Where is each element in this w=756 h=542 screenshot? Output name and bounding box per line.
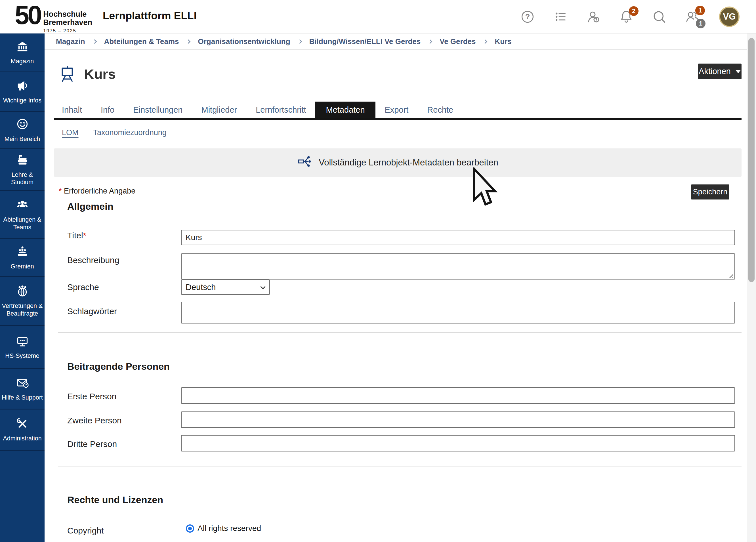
tab-einstellungen[interactable]: Einstellungen bbox=[124, 102, 192, 118]
erste-person-input[interactable] bbox=[181, 387, 735, 404]
sidebar-item-label: Lehre & Studium bbox=[1, 171, 44, 186]
titel-input[interactable] bbox=[181, 230, 735, 245]
breadcrumb-item[interactable]: Abteilungen & Teams bbox=[104, 37, 179, 46]
copyright-label: Copyright bbox=[67, 526, 104, 535]
dritte-person-label: Dritte Person bbox=[67, 439, 117, 449]
breadcrumb-item[interactable]: Kurs bbox=[495, 37, 511, 46]
subtab-bar: LOM Taxonomiezuordnung bbox=[62, 128, 167, 137]
section-divider bbox=[58, 332, 742, 333]
tools-icon bbox=[16, 417, 29, 432]
dritte-person-input[interactable] bbox=[181, 435, 735, 451]
contacts-badge-total: 1 bbox=[696, 19, 705, 28]
user-avatar[interactable]: VG bbox=[719, 7, 740, 27]
copyright-option-row: All rights reserved bbox=[186, 524, 261, 533]
page-title: Kurs bbox=[84, 65, 116, 83]
screen: 50 Hochschule Bremerhaven 1975 – 2025 Le… bbox=[0, 0, 756, 542]
svg-text:?: ? bbox=[525, 12, 530, 21]
logo-50: 50 bbox=[15, 3, 40, 28]
sidebar-item-hs-systeme[interactable]: HS-Systeme bbox=[0, 326, 45, 369]
tab-metadaten[interactable]: Metadaten bbox=[315, 102, 375, 118]
schlagwoerter-label: Schlagwörter bbox=[67, 306, 117, 316]
user-alert-icon[interactable] bbox=[586, 9, 601, 24]
search-icon[interactable] bbox=[652, 9, 667, 24]
sidebar-item-wichtige-infos[interactable]: Wichtige Infos bbox=[0, 72, 45, 112]
list-icon[interactable] bbox=[553, 9, 568, 24]
banner-label: Vollständige Lernobjekt-Metadaten bearbe… bbox=[319, 157, 498, 168]
sidebar-item-administration[interactable]: Administration bbox=[0, 409, 45, 451]
logo-years: 1975 – 2025 bbox=[43, 28, 92, 34]
bank-icon bbox=[16, 40, 29, 55]
chevron-right-icon bbox=[186, 39, 191, 44]
erste-person-label: Erste Person bbox=[67, 392, 116, 401]
breadcrumb-item[interactable]: Bildung/Wissen/ELLI Ve Gerdes bbox=[309, 37, 421, 46]
titel-label: Titel* bbox=[67, 231, 86, 240]
subtab-lom[interactable]: LOM bbox=[62, 128, 79, 137]
breadcrumb: Magazin Abteilungen & Teams Organisation… bbox=[45, 33, 747, 50]
mail-help-icon: ? bbox=[16, 376, 29, 391]
tab-mitglieder[interactable]: Mitglieder bbox=[192, 102, 246, 118]
notifications-bell-icon[interactable]: 2 bbox=[619, 9, 634, 24]
contacts-icon[interactable]: 1 1 bbox=[684, 9, 700, 24]
tab-bar-underline bbox=[54, 118, 742, 120]
copyright-radio-all-rights[interactable] bbox=[186, 524, 194, 533]
chevron-right-icon bbox=[297, 39, 302, 44]
sidebar-item-label: Abteilungen & Teams bbox=[1, 216, 44, 231]
breadcrumb-item[interactable]: Organisationsentwicklung bbox=[198, 37, 290, 46]
sidebar-item-label: Vertretungen & Beauftragte bbox=[1, 302, 44, 317]
beschreibung-label: Beschreibung bbox=[67, 255, 119, 265]
header-toolbar: ? bbox=[520, 0, 740, 33]
megaphone-icon bbox=[16, 79, 29, 94]
people-group-icon bbox=[16, 198, 29, 213]
sidebar-item-label: HS-Systeme bbox=[5, 352, 39, 360]
metadata-hub-icon bbox=[297, 154, 312, 171]
page-scrollbar-thumb[interactable] bbox=[748, 38, 755, 282]
breadcrumb-item[interactable]: Magazin bbox=[56, 37, 85, 46]
tab-info[interactable]: Info bbox=[91, 102, 124, 118]
subtab-taxonomiezuordnung[interactable]: Taxonomiezuordnung bbox=[93, 128, 167, 137]
sidebar-item-lehre-studium[interactable]: Lehre & Studium bbox=[0, 149, 45, 191]
edit-full-metadata-banner[interactable]: Vollständige Lernobjekt-Metadaten bearbe… bbox=[54, 148, 742, 177]
beschreibung-textarea[interactable] bbox=[181, 253, 735, 280]
tab-lernfortschritt[interactable]: Lernfortschritt bbox=[246, 102, 315, 118]
sidebar-item-label: Wichtige Infos bbox=[3, 97, 41, 104]
copyright-option-label: All rights reserved bbox=[198, 524, 261, 533]
zweite-person-input[interactable] bbox=[181, 411, 735, 428]
tab-export[interactable]: Export bbox=[375, 102, 418, 118]
books-icon bbox=[16, 154, 29, 168]
caret-down-icon bbox=[735, 70, 741, 73]
required-note: * Erforderliche Angabe bbox=[59, 187, 135, 196]
sprache-select[interactable]: Deutsch bbox=[181, 280, 270, 295]
zweite-person-label: Zweite Person bbox=[67, 416, 122, 425]
save-button[interactable]: Speichern bbox=[691, 184, 729, 199]
breadcrumb-item[interactable]: Ve Gerdes bbox=[440, 37, 476, 46]
sidebar-item-abteilungen-teams[interactable]: Abteilungen & Teams bbox=[0, 191, 45, 239]
main-sidebar: Magazin Wichtige Infos Mein Bereich Lehr… bbox=[0, 33, 45, 542]
sidebar-item-hilfe-support[interactable]: ? Hilfe & Support bbox=[0, 369, 45, 409]
smiley-icon bbox=[16, 117, 29, 132]
contacts-badge-new: 1 bbox=[695, 6, 705, 15]
sidebar-item-vertretungen-beauftragte[interactable]: Vertretungen & Beauftragte bbox=[0, 277, 45, 326]
chevron-right-icon bbox=[92, 39, 97, 44]
sprache-label: Sprache bbox=[67, 282, 99, 292]
globe-people-icon bbox=[16, 285, 29, 299]
monitor-icon bbox=[16, 335, 29, 349]
section-divider bbox=[58, 467, 742, 467]
sidebar-item-label: Hilfe & Support bbox=[2, 394, 43, 401]
page-scrollbar-track[interactable] bbox=[747, 33, 756, 542]
tab-inhalt[interactable]: Inhalt bbox=[53, 102, 91, 118]
chevron-down-icon bbox=[260, 284, 265, 289]
sidebar-item-magazin[interactable]: Magazin bbox=[0, 33, 45, 72]
tab-rechte[interactable]: Rechte bbox=[418, 102, 463, 118]
sidebar-item-gremien[interactable]: Gremien bbox=[0, 239, 45, 277]
logo-name-line2: Bremerhaven bbox=[43, 18, 92, 27]
university-logo[interactable]: 50 Hochschule Bremerhaven 1975 – 2025 bbox=[15, 3, 92, 34]
schlagwoerter-input[interactable] bbox=[181, 302, 735, 323]
sidebar-item-mein-bereich[interactable]: Mein Bereich bbox=[0, 112, 45, 149]
sidebar-item-label: Gremien bbox=[11, 263, 34, 270]
tab-bar: Inhalt Info Einstellungen Mitglieder Ler… bbox=[53, 102, 463, 118]
sidebar-item-label: Mein Bereich bbox=[5, 135, 40, 143]
committee-icon bbox=[16, 245, 29, 260]
actions-button[interactable]: Aktionen bbox=[698, 64, 742, 79]
section-heading-rechte: Rechte und Lizenzen bbox=[67, 494, 163, 505]
help-icon[interactable]: ? bbox=[520, 9, 535, 24]
